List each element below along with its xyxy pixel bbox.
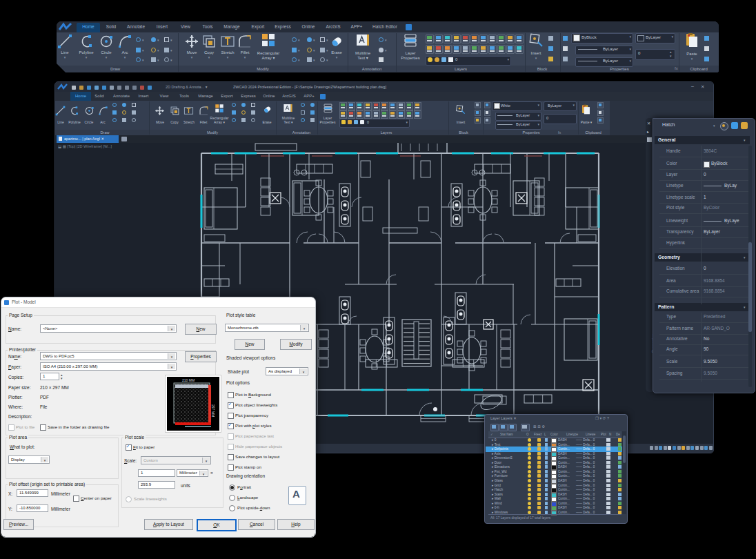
svg-text:297 MM: 297 MM <box>211 404 215 417</box>
svg-text:210 MM: 210 MM <box>182 378 195 382</box>
